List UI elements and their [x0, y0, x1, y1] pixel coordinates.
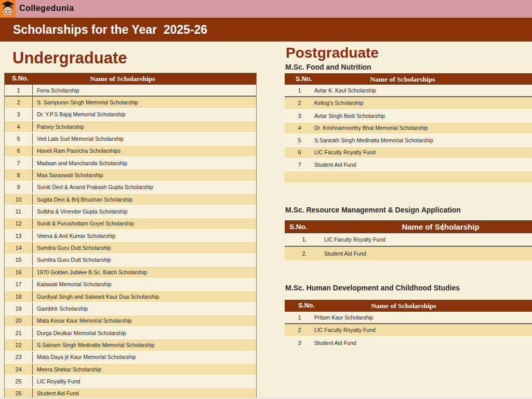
scholarship-name: Student Aid Fund — [324, 250, 532, 257]
row-number: 2. — [285, 250, 324, 257]
table-row: 24 Meera Shekar Scholarship — [5, 363, 256, 375]
scholarship-name: Sulbha & Virender Gupta Scholarship — [33, 208, 256, 215]
table-row: 2. Student Aid Fund — [285, 247, 532, 260]
scholarship-name: Sumitra Guru Dutt Scholarship — [33, 245, 256, 251]
graduate-mascot-icon — [0, 0, 16, 18]
table-row: 12 Suniti & Purushottam Goyel Scholarshi… — [5, 217, 256, 229]
row-number: 1 — [285, 87, 314, 94]
scholarship-name: Student Aid Fund — [314, 162, 532, 168]
scholarship-name: Veena & Anil Kumar Scholarship — [33, 233, 256, 239]
table-row: 14 Sumitra Guru Dutt Scholarship — [5, 241, 256, 253]
subheading-food-nutrition: M.Sc. Food and Nutrition — [285, 63, 371, 71]
sno-column-header: S.No. — [289, 221, 308, 233]
scholarship-name: Kellog's Scholarship — [314, 100, 532, 106]
table-row: 25 LIC Royality Fund — [5, 375, 256, 387]
row-number: 16 — [5, 267, 33, 277]
scholarship-name: Avtar Singh Bedi Scholarship — [314, 113, 532, 119]
row-number: 1 — [5, 85, 33, 96]
scholarship-name: 1970 Golden Jubilee B.Sc. Batch Scholars… — [33, 269, 256, 275]
food-nutrition-table-header: S.No. Name of Scholarships — [285, 73, 532, 85]
scholarship-name: Haveli Ram Pasricha Scholarships — [33, 148, 256, 154]
name-column-header: Name of Scholarships — [370, 74, 435, 85]
table-row: 2 Kellog's Scholarship — [285, 97, 532, 110]
scholarship-name: Patney Scholarship — [33, 124, 256, 130]
brand-name[interactable]: Collegedunia — [19, 4, 74, 13]
human-development-table-header: S.No. Name of Scholarships — [285, 300, 532, 312]
row-number: 3 — [285, 340, 314, 346]
table-row: 4 Patney Scholarship — [5, 120, 256, 132]
row-number: 24 — [5, 364, 33, 375]
scholarship-name: LIC Royality Fund — [33, 378, 256, 384]
table-row — [285, 170, 532, 183]
row-number: 22 — [5, 339, 33, 350]
table-row: 3 Student Aid Fund — [285, 336, 532, 349]
table-row: 5 Ved Lata Sud Memorial Scholarship — [5, 132, 256, 144]
table-row: 22 S.Satnam Singh Mediratta Memorial Sch… — [5, 338, 256, 350]
scholarship-name: S.Santokh Singh Mediratta Memorial Schol… — [314, 137, 532, 143]
row-number: 4 — [285, 125, 314, 131]
scholarship-name: S. Sampuran Singh Memorial Scholarship — [33, 99, 256, 105]
sno-column-header: S.No. — [296, 74, 312, 84]
scholarship-name: LIC Faculty Royalty Fund — [314, 149, 532, 155]
table-row: 15 Sumitra Guru Dutt Scholarship — [5, 254, 256, 265]
row-number: 15 — [5, 255, 33, 265]
table-row: 1. LIC Faculty Royalty Fund — [285, 233, 532, 247]
row-number: 2 — [285, 327, 314, 333]
top-bar: Collegedunia — [0, 0, 532, 18]
subheading-resource-management: M.Sc. Resource Management & Design Appli… — [285, 206, 461, 214]
row-number: 1 — [285, 314, 314, 321]
human-development-table-body: 1 Pritam Kaur Scholarship 2 LIC Faculty … — [285, 312, 532, 349]
scholarship-name: Madaan and Manchanda Scholarship — [33, 160, 256, 166]
row-number: 7 — [5, 157, 33, 168]
food-nutrition-table: S.No. Name of Scholarships 1 Avtar K. Ka… — [285, 73, 532, 182]
table-row: 1 Pritam Kaur Scholarship — [285, 312, 532, 324]
collegedunia-logo[interactable] — [0, 0, 16, 18]
scholarship-name: Maa Saraswati Scholarship — [33, 172, 256, 178]
row-number: 5 — [5, 133, 33, 144]
resource-management-table-header: S.No. Name of Scholarship — [285, 220, 532, 233]
table-row: 13 Veena & Anil Kumar Scholarship — [5, 229, 256, 241]
table-row: 5 S.Santokh Singh Mediratta Memorial Sch… — [285, 134, 532, 146]
table-row: 7 Madaan and Manchanda Scholarship — [5, 156, 256, 168]
scholarship-name: Gambhir Scholarship — [33, 305, 256, 312]
table-row: 18 Gurdiyal Singh and Satwant Kaur Dua S… — [5, 290, 256, 302]
scholarship-name: Meera Shekar Scholarship — [33, 366, 256, 373]
row-number: 3 — [5, 109, 33, 120]
row-number: 8 — [5, 169, 33, 180]
row-number: 12 — [5, 218, 33, 229]
table-row: 2 S. Sampuran Singh Memorial Scholarship — [5, 97, 256, 108]
page-title: Scholarships for the Year 2025-26 — [13, 23, 207, 37]
scholarship-name: LIC Faculty Royalty Fund — [324, 236, 532, 243]
scholarship-name: Mata Daya jit Kaur Memorial Scholarship — [33, 354, 256, 360]
subheading-human-development: M.Sc. Human Development and Childhood St… — [285, 284, 460, 292]
row-number: 6 — [5, 145, 33, 156]
row-number: 6 — [285, 149, 314, 155]
table-row: 1 Fena Scholarship — [5, 85, 256, 97]
table-row: 11 Sulbha & Virender Gupta Scholarship — [5, 205, 256, 217]
name-column-header: Name of Scholarship — [402, 221, 479, 233]
scholarship-name: LIC Faculty Royalty Fund — [314, 327, 532, 333]
row-number: 23 — [5, 352, 33, 363]
table-row: 7 Student Aid Fund — [285, 158, 532, 170]
resource-management-table-body: 1. LIC Faculty Royalty Fund 2. Student A… — [285, 233, 532, 260]
undergraduate-heading: Undergraduate — [12, 49, 127, 68]
scholarship-name: Dr. Krishnamoorthy Bhat Memorial Scholar… — [314, 125, 532, 131]
table-row: 8 Maa Saraswati Scholarship — [5, 168, 256, 180]
sno-column-header: S.No. — [298, 300, 315, 311]
row-number: 2 — [5, 97, 33, 108]
table-row: 3 Dr. Y.P.S Bajaj Memorial Scholarship — [5, 108, 256, 120]
table-row: 2 LIC Faculty Royalty Fund — [285, 324, 532, 337]
row-number: 2 — [285, 100, 314, 106]
row-number: 14 — [5, 242, 33, 253]
row-number: 25 — [5, 376, 33, 387]
scholarship-name: Suniti Devi & Anand Prakash Gupta Schola… — [33, 184, 256, 190]
table-row: 16 1970 Golden Jubilee B.Sc. Batch Schol… — [5, 265, 256, 277]
scholarship-name: Sugita Devi & Brij Bhushan Scholarship — [33, 196, 256, 203]
scholarship-name: Mata Kesar Kaur Memorial Scholarship — [33, 317, 256, 324]
postgraduate-heading: Postgraduate — [286, 45, 379, 61]
table-row: 4 Dr. Krishnamoorthy Bhat Memorial Schol… — [285, 122, 532, 134]
table-row: 21 Durga Deulkar Memorial Scholarship — [5, 326, 256, 338]
name-column-header: Name of Scholarships — [371, 300, 436, 312]
row-number: 3 — [285, 113, 314, 119]
table-row: 6 LIC Faculty Royalty Fund — [285, 146, 532, 158]
